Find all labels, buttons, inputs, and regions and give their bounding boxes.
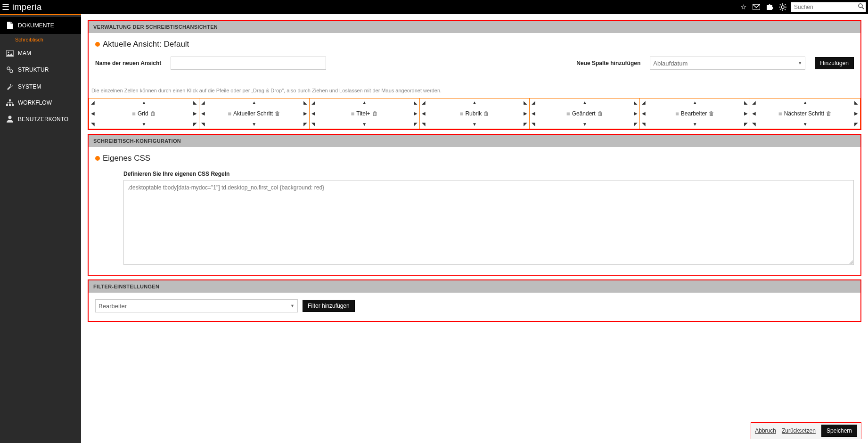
- grip-icon[interactable]: ≡: [228, 110, 231, 117]
- filter-select[interactable]: Bearbeiter ▼: [95, 299, 298, 312]
- trash-icon[interactable]: 🗑: [275, 110, 280, 117]
- reset-link[interactable]: Zurücksetzen: [782, 427, 816, 434]
- corner-br-icon[interactable]: ◤: [193, 122, 197, 127]
- arrow-up-icon[interactable]: ▲: [252, 100, 256, 105]
- column-cell[interactable]: ◢▲◣◀≡ Grid 🗑▶◥▼◤: [89, 98, 199, 129]
- corner-bl-icon[interactable]: ◥: [642, 122, 646, 127]
- arrow-left-icon[interactable]: ◀: [91, 111, 95, 116]
- sidebar-item-mam[interactable]: MAM: [0, 45, 81, 61]
- arrow-right-icon[interactable]: ▶: [303, 111, 307, 116]
- puzzle-icon[interactable]: [763, 1, 776, 13]
- arrow-up-icon[interactable]: ▲: [141, 100, 146, 105]
- corner-tl-icon[interactable]: ◢: [91, 100, 95, 105]
- sidebar-item-workflow[interactable]: WORKFLOW: [0, 95, 81, 111]
- corner-tl-icon[interactable]: ◢: [311, 100, 315, 105]
- corner-bl-icon[interactable]: ◥: [91, 122, 95, 127]
- corner-bl-icon[interactable]: ◥: [201, 122, 205, 127]
- grip-icon[interactable]: ≡: [675, 110, 679, 117]
- corner-br-icon[interactable]: ◤: [744, 122, 748, 127]
- arrow-down-icon[interactable]: ▼: [803, 122, 808, 127]
- corner-tr-icon[interactable]: ◣: [524, 100, 527, 105]
- corner-bl-icon[interactable]: ◥: [532, 122, 535, 127]
- arrow-up-icon[interactable]: ▲: [472, 100, 477, 105]
- arrow-left-icon[interactable]: ◀: [201, 111, 205, 116]
- arrow-down-icon[interactable]: ▼: [693, 122, 697, 127]
- menu-icon[interactable]: ☰: [2, 2, 9, 12]
- corner-br-icon[interactable]: ◤: [634, 122, 638, 127]
- trash-icon[interactable]: 🗑: [150, 110, 156, 117]
- add-col-select[interactable]: Ablaufdatum ▼: [650, 57, 805, 70]
- search-icon[interactable]: [858, 3, 864, 9]
- corner-tl-icon[interactable]: ◢: [532, 100, 535, 105]
- corner-br-icon[interactable]: ◤: [414, 122, 418, 127]
- arrow-down-icon[interactable]: ▼: [582, 122, 587, 127]
- arrow-down-icon[interactable]: ▼: [252, 122, 256, 127]
- cancel-link[interactable]: Abbruch: [755, 427, 776, 434]
- gear-icon[interactable]: [777, 1, 789, 13]
- corner-tl-icon[interactable]: ◢: [422, 100, 426, 105]
- arrow-right-icon[interactable]: ▶: [854, 111, 858, 116]
- arrow-right-icon[interactable]: ▶: [524, 111, 527, 116]
- corner-br-icon[interactable]: ◤: [854, 122, 858, 127]
- arrow-left-icon[interactable]: ◀: [752, 111, 756, 116]
- sidebar-item-dokumente[interactable]: DOKUMENTE: [0, 17, 81, 34]
- grip-icon[interactable]: ≡: [351, 110, 355, 117]
- column-cell[interactable]: ◢▲◣◀≡ Titel+ 🗑▶◥▼◤: [310, 98, 420, 129]
- column-cell[interactable]: ◢▲◣◀≡ Geändert 🗑▶◥▼◤: [530, 98, 640, 129]
- corner-tr-icon[interactable]: ◣: [414, 100, 418, 105]
- corner-tr-icon[interactable]: ◣: [303, 100, 307, 105]
- corner-tl-icon[interactable]: ◢: [642, 100, 646, 105]
- corner-bl-icon[interactable]: ◥: [422, 122, 426, 127]
- column-cell[interactable]: ◢▲◣◀≡ Aktueller Schritt 🗑▶◥▼◤: [199, 98, 310, 129]
- trash-icon[interactable]: 🗑: [372, 110, 378, 117]
- arrow-down-icon[interactable]: ▼: [141, 122, 146, 127]
- arrow-left-icon[interactable]: ◀: [642, 111, 646, 116]
- save-button[interactable]: Speichern: [821, 425, 857, 437]
- view-name-input[interactable]: [171, 57, 326, 70]
- add-col-button[interactable]: Hinzufügen: [815, 57, 854, 69]
- arrow-up-icon[interactable]: ▲: [693, 100, 697, 105]
- arrow-down-icon[interactable]: ▼: [472, 122, 477, 127]
- corner-tr-icon[interactable]: ◣: [193, 100, 197, 105]
- arrow-up-icon[interactable]: ▲: [362, 100, 367, 105]
- trash-icon[interactable]: 🗑: [598, 110, 603, 117]
- add-filter-button[interactable]: Filter hinzufügen: [303, 300, 355, 312]
- column-cell[interactable]: ◢▲◣◀≡ Rubrik 🗑▶◥▼◤: [420, 98, 530, 129]
- corner-tl-icon[interactable]: ◢: [752, 100, 756, 105]
- arrow-left-icon[interactable]: ◀: [532, 111, 535, 116]
- sidebar-subitem-schreibtisch[interactable]: Schreibtisch: [0, 34, 81, 45]
- column-cell[interactable]: ◢▲◣◀≡ Bearbeiter 🗑▶◥▼◤: [640, 98, 750, 129]
- arrow-up-icon[interactable]: ▲: [582, 100, 587, 105]
- grip-icon[interactable]: ≡: [566, 110, 570, 117]
- arrow-down-icon[interactable]: ▼: [362, 122, 367, 127]
- corner-tr-icon[interactable]: ◣: [854, 100, 858, 105]
- corner-br-icon[interactable]: ◤: [303, 122, 307, 127]
- mail-icon[interactable]: [750, 1, 762, 13]
- arrow-up-icon[interactable]: ▲: [803, 100, 808, 105]
- arrow-right-icon[interactable]: ▶: [634, 111, 638, 116]
- corner-tr-icon[interactable]: ◣: [634, 100, 638, 105]
- corner-tr-icon[interactable]: ◣: [744, 100, 748, 105]
- grip-icon[interactable]: ≡: [132, 110, 136, 117]
- arrow-right-icon[interactable]: ▶: [744, 111, 748, 116]
- search-input[interactable]: [791, 2, 866, 12]
- arrow-left-icon[interactable]: ◀: [422, 111, 426, 116]
- column-cell[interactable]: ◢▲◣◀≡ Nächster Schritt 🗑▶◥▼◤: [750, 98, 860, 129]
- arrow-left-icon[interactable]: ◀: [311, 111, 315, 116]
- sidebar-item-struktur[interactable]: STRUKTUR: [0, 61, 81, 78]
- star-icon[interactable]: ☆: [737, 1, 749, 13]
- trash-icon[interactable]: 🗑: [483, 110, 489, 117]
- corner-bl-icon[interactable]: ◥: [752, 122, 756, 127]
- grip-icon[interactable]: ≡: [460, 110, 464, 117]
- trash-icon[interactable]: 🗑: [826, 110, 832, 117]
- corner-bl-icon[interactable]: ◥: [311, 122, 315, 127]
- sidebar-item-benutzerkonto[interactable]: BENUTZERKONTO: [0, 111, 81, 127]
- css-textarea[interactable]: [123, 180, 854, 265]
- trash-icon[interactable]: 🗑: [709, 110, 714, 117]
- grip-icon[interactable]: ≡: [778, 110, 782, 117]
- sidebar-item-system[interactable]: SYSTEM: [0, 78, 81, 95]
- arrow-right-icon[interactable]: ▶: [193, 111, 197, 116]
- corner-tl-icon[interactable]: ◢: [201, 100, 205, 105]
- arrow-right-icon[interactable]: ▶: [414, 111, 418, 116]
- corner-br-icon[interactable]: ◤: [524, 122, 527, 127]
